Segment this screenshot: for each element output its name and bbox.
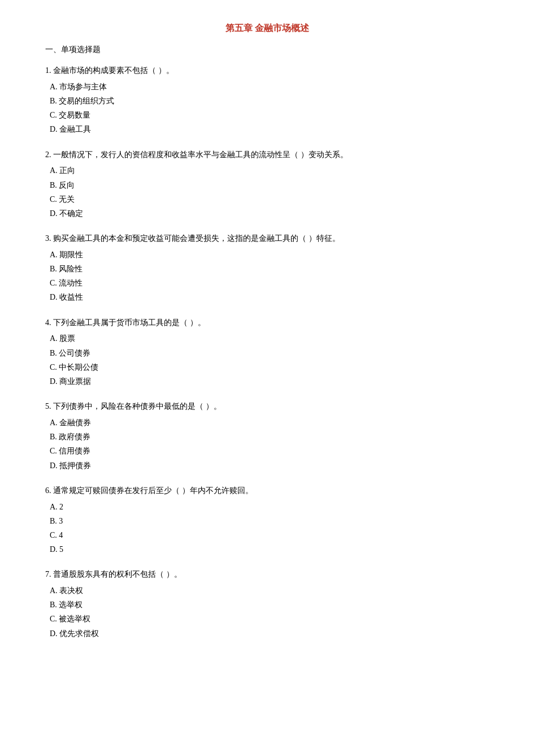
option-4-A: A. 股票: [45, 331, 489, 345]
option-4-D: D. 商业票据: [45, 374, 489, 388]
option-7-B: B. 选举权: [45, 598, 489, 612]
page-title: 第五章 金融市场概述: [45, 23, 489, 34]
option-5-A: A. 金融债券: [45, 416, 489, 430]
option-5-C: C. 信用债券: [45, 444, 489, 458]
questions-list: 1. 金融市场的构成要素不包括（ ）。A. 市场参与主体B. 交易的组织方式C.…: [45, 64, 489, 641]
question-text-6: 6. 通常规定可赎回债券在发行后至少（ ）年内不允许赎回。: [45, 484, 489, 498]
question-text-5: 5. 下列债券中，风险在各种债券中最低的是（ ）。: [45, 400, 489, 413]
option-3-C: C. 流动性: [45, 276, 489, 290]
option-5-D: D. 抵押债券: [45, 459, 489, 473]
section-header: 一、单项选择题: [45, 45, 489, 55]
question-text-4: 4. 下列金融工具属于货币市场工具的是（ ）。: [45, 316, 489, 330]
option-1-D: D. 金融工具: [45, 122, 489, 136]
option-1-C: C. 交易数量: [45, 108, 489, 122]
option-2-B: B. 反向: [45, 178, 489, 192]
question-block-4: 4. 下列金融工具属于货币市场工具的是（ ）。A. 股票B. 公司债券C. 中长…: [45, 316, 489, 389]
question-block-5: 5. 下列债券中，风险在各种债券中最低的是（ ）。A. 金融债券B. 政府债券C…: [45, 400, 489, 473]
option-7-C: C. 被选举权: [45, 612, 489, 626]
question-text-7: 7. 普通股股东具有的权利不包括（ ）。: [45, 568, 489, 581]
option-2-D: D. 不确定: [45, 206, 489, 221]
question-block-2: 2. 一般情况下，发行人的资信程度和收益率水平与金融工具的流动性呈（ ）变动关系…: [45, 148, 489, 221]
question-block-7: 7. 普通股股东具有的权利不包括（ ）。A. 表决权B. 选举权C. 被选举权D…: [45, 568, 489, 641]
option-6-C: C. 4: [45, 528, 489, 542]
question-text-3: 3. 购买金融工具的本金和预定收益可能会遭受损失，这指的是金融工具的（ ）特征。: [45, 232, 489, 245]
option-7-A: A. 表决权: [45, 584, 489, 598]
question-text-1: 1. 金融市场的构成要素不包括（ ）。: [45, 64, 489, 77]
question-block-1: 1. 金融市场的构成要素不包括（ ）。A. 市场参与主体B. 交易的组织方式C.…: [45, 64, 489, 137]
option-6-B: B. 3: [45, 514, 489, 528]
option-4-B: B. 公司债券: [45, 346, 489, 360]
option-1-A: A. 市场参与主体: [45, 80, 489, 94]
option-7-D: D. 优先求偿权: [45, 627, 489, 641]
option-2-C: C. 无关: [45, 192, 489, 206]
option-3-D: D. 收益性: [45, 290, 489, 304]
option-3-B: B. 风险性: [45, 262, 489, 276]
option-3-A: A. 期限性: [45, 248, 489, 262]
question-block-3: 3. 购买金融工具的本金和预定收益可能会遭受损失，这指的是金融工具的（ ）特征。…: [45, 232, 489, 305]
option-2-A: A. 正向: [45, 163, 489, 178]
option-6-A: A. 2: [45, 500, 489, 514]
option-5-B: B. 政府债券: [45, 430, 489, 444]
option-1-B: B. 交易的组织方式: [45, 94, 489, 108]
option-4-C: C. 中长期公债: [45, 360, 489, 374]
option-6-D: D. 5: [45, 542, 489, 556]
question-block-6: 6. 通常规定可赎回债券在发行后至少（ ）年内不允许赎回。A. 2B. 3C. …: [45, 484, 489, 557]
question-text-2: 2. 一般情况下，发行人的资信程度和收益率水平与金融工具的流动性呈（ ）变动关系…: [45, 148, 489, 162]
